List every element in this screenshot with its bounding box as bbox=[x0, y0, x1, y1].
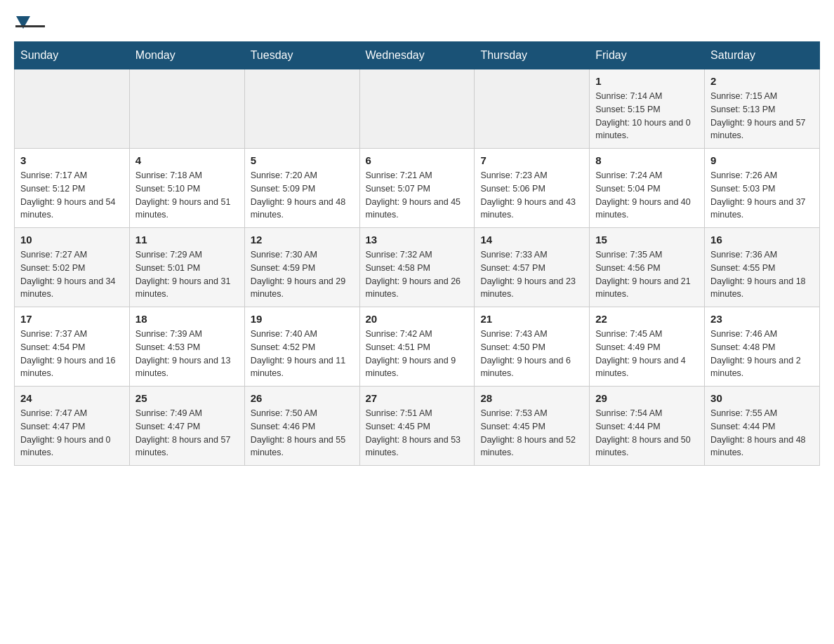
day-number: 14 bbox=[480, 234, 583, 246]
calendar-cell bbox=[244, 69, 359, 149]
day-number: 3 bbox=[20, 154, 124, 166]
calendar-cell: 8Sunrise: 7:24 AM Sunset: 5:04 PM Daylig… bbox=[590, 149, 705, 228]
day-info: Sunrise: 7:21 AM Sunset: 5:07 PM Dayligh… bbox=[366, 169, 469, 222]
day-info: Sunrise: 7:15 AM Sunset: 5:13 PM Dayligh… bbox=[710, 90, 814, 142]
day-info: Sunrise: 7:47 AM Sunset: 4:47 PM Dayligh… bbox=[20, 407, 124, 459]
day-info: Sunrise: 7:30 AM Sunset: 4:59 PM Dayligh… bbox=[251, 248, 354, 301]
calendar-cell: 17Sunrise: 7:37 AM Sunset: 4:54 PM Dayli… bbox=[15, 307, 130, 387]
calendar-week-row: 17Sunrise: 7:37 AM Sunset: 4:54 PM Dayli… bbox=[15, 307, 820, 387]
day-number: 6 bbox=[366, 154, 469, 166]
day-number: 4 bbox=[135, 154, 239, 166]
calendar-cell bbox=[15, 69, 130, 149]
day-number: 16 bbox=[710, 234, 814, 246]
day-number: 13 bbox=[366, 234, 469, 246]
calendar-cell: 29Sunrise: 7:54 AM Sunset: 4:44 PM Dayli… bbox=[590, 387, 705, 466]
day-info: Sunrise: 7:43 AM Sunset: 4:50 PM Dayligh… bbox=[480, 328, 583, 380]
day-info: Sunrise: 7:23 AM Sunset: 5:06 PM Dayligh… bbox=[480, 169, 583, 222]
weekday-header-thursday: Thursday bbox=[475, 42, 590, 69]
calendar-cell: 30Sunrise: 7:55 AM Sunset: 4:44 PM Dayli… bbox=[705, 387, 820, 466]
calendar-cell: 2Sunrise: 7:15 AM Sunset: 5:13 PM Daylig… bbox=[705, 69, 820, 149]
day-info: Sunrise: 7:55 AM Sunset: 4:44 PM Dayligh… bbox=[710, 407, 814, 459]
day-number: 29 bbox=[595, 392, 699, 404]
calendar-cell: 9Sunrise: 7:26 AM Sunset: 5:03 PM Daylig… bbox=[705, 149, 820, 228]
calendar-cell: 19Sunrise: 7:40 AM Sunset: 4:52 PM Dayli… bbox=[244, 307, 359, 387]
day-info: Sunrise: 7:54 AM Sunset: 4:44 PM Dayligh… bbox=[595, 407, 699, 459]
calendar-week-row: 1Sunrise: 7:14 AM Sunset: 5:15 PM Daylig… bbox=[15, 69, 820, 149]
calendar-cell: 15Sunrise: 7:35 AM Sunset: 4:56 PM Dayli… bbox=[590, 228, 705, 307]
day-info: Sunrise: 7:33 AM Sunset: 4:57 PM Dayligh… bbox=[480, 248, 583, 301]
calendar-cell: 10Sunrise: 7:27 AM Sunset: 5:02 PM Dayli… bbox=[15, 228, 130, 307]
calendar-cell: 22Sunrise: 7:45 AM Sunset: 4:49 PM Dayli… bbox=[590, 307, 705, 387]
calendar-cell: 11Sunrise: 7:29 AM Sunset: 5:01 PM Dayli… bbox=[129, 228, 244, 307]
calendar-cell: 20Sunrise: 7:42 AM Sunset: 4:51 PM Dayli… bbox=[359, 307, 475, 387]
logo-underline bbox=[15, 25, 45, 27]
weekday-header-friday: Friday bbox=[590, 42, 705, 69]
calendar-cell: 21Sunrise: 7:43 AM Sunset: 4:50 PM Dayli… bbox=[475, 307, 590, 387]
calendar-cell bbox=[359, 69, 475, 149]
calendar-cell: 16Sunrise: 7:36 AM Sunset: 4:55 PM Dayli… bbox=[705, 228, 820, 307]
day-number: 8 bbox=[595, 154, 699, 166]
day-info: Sunrise: 7:36 AM Sunset: 4:55 PM Dayligh… bbox=[710, 248, 814, 301]
day-info: Sunrise: 7:40 AM Sunset: 4:52 PM Dayligh… bbox=[251, 328, 354, 380]
calendar-week-row: 3Sunrise: 7:17 AM Sunset: 5:12 PM Daylig… bbox=[15, 149, 820, 228]
logo bbox=[14, 14, 47, 27]
calendar-cell: 12Sunrise: 7:30 AM Sunset: 4:59 PM Dayli… bbox=[244, 228, 359, 307]
calendar-cell bbox=[475, 69, 590, 149]
calendar-cell: 3Sunrise: 7:17 AM Sunset: 5:12 PM Daylig… bbox=[15, 149, 130, 228]
day-number: 27 bbox=[366, 392, 469, 404]
day-info: Sunrise: 7:45 AM Sunset: 4:49 PM Dayligh… bbox=[595, 328, 699, 380]
day-info: Sunrise: 7:50 AM Sunset: 4:46 PM Dayligh… bbox=[251, 407, 354, 459]
day-info: Sunrise: 7:35 AM Sunset: 4:56 PM Dayligh… bbox=[595, 248, 699, 301]
calendar-cell: 25Sunrise: 7:49 AM Sunset: 4:47 PM Dayli… bbox=[129, 387, 244, 466]
day-info: Sunrise: 7:39 AM Sunset: 4:53 PM Dayligh… bbox=[135, 328, 239, 380]
calendar-cell: 28Sunrise: 7:53 AM Sunset: 4:45 PM Dayli… bbox=[475, 387, 590, 466]
page-header bbox=[14, 14, 820, 27]
day-number: 2 bbox=[710, 75, 814, 87]
calendar-cell bbox=[129, 69, 244, 149]
weekday-header-tuesday: Tuesday bbox=[244, 42, 359, 69]
day-info: Sunrise: 7:18 AM Sunset: 5:10 PM Dayligh… bbox=[135, 169, 239, 222]
day-info: Sunrise: 7:53 AM Sunset: 4:45 PM Dayligh… bbox=[480, 407, 583, 459]
day-number: 21 bbox=[480, 313, 583, 325]
weekday-header-sunday: Sunday bbox=[15, 42, 130, 69]
weekday-header-monday: Monday bbox=[129, 42, 244, 69]
calendar-cell: 13Sunrise: 7:32 AM Sunset: 4:58 PM Dayli… bbox=[359, 228, 475, 307]
day-info: Sunrise: 7:17 AM Sunset: 5:12 PM Dayligh… bbox=[20, 169, 124, 222]
calendar-cell: 7Sunrise: 7:23 AM Sunset: 5:06 PM Daylig… bbox=[475, 149, 590, 228]
day-info: Sunrise: 7:49 AM Sunset: 4:47 PM Dayligh… bbox=[135, 407, 239, 459]
calendar-cell: 23Sunrise: 7:46 AM Sunset: 4:48 PM Dayli… bbox=[705, 307, 820, 387]
calendar-cell: 4Sunrise: 7:18 AM Sunset: 5:10 PM Daylig… bbox=[129, 149, 244, 228]
day-number: 10 bbox=[20, 234, 124, 246]
day-number: 20 bbox=[366, 313, 469, 325]
day-number: 24 bbox=[20, 392, 124, 404]
day-info: Sunrise: 7:46 AM Sunset: 4:48 PM Dayligh… bbox=[710, 328, 814, 380]
day-info: Sunrise: 7:32 AM Sunset: 4:58 PM Dayligh… bbox=[366, 248, 469, 301]
weekday-header-wednesday: Wednesday bbox=[359, 42, 475, 69]
day-number: 23 bbox=[710, 313, 814, 325]
calendar-table: SundayMondayTuesdayWednesdayThursdayFrid… bbox=[14, 41, 820, 466]
day-number: 12 bbox=[251, 234, 354, 246]
calendar-cell: 6Sunrise: 7:21 AM Sunset: 5:07 PM Daylig… bbox=[359, 149, 475, 228]
day-info: Sunrise: 7:14 AM Sunset: 5:15 PM Dayligh… bbox=[595, 90, 699, 142]
logo-arrow-icon bbox=[16, 15, 30, 29]
calendar-cell: 18Sunrise: 7:39 AM Sunset: 4:53 PM Dayli… bbox=[129, 307, 244, 387]
calendar-cell: 27Sunrise: 7:51 AM Sunset: 4:45 PM Dayli… bbox=[359, 387, 475, 466]
day-info: Sunrise: 7:20 AM Sunset: 5:09 PM Dayligh… bbox=[251, 169, 354, 222]
day-number: 1 bbox=[595, 75, 699, 87]
weekday-header-saturday: Saturday bbox=[705, 42, 820, 69]
day-number: 7 bbox=[480, 154, 583, 166]
calendar-cell: 26Sunrise: 7:50 AM Sunset: 4:46 PM Dayli… bbox=[244, 387, 359, 466]
day-info: Sunrise: 7:24 AM Sunset: 5:04 PM Dayligh… bbox=[595, 169, 699, 222]
calendar-week-row: 10Sunrise: 7:27 AM Sunset: 5:02 PM Dayli… bbox=[15, 228, 820, 307]
day-number: 22 bbox=[595, 313, 699, 325]
calendar-header-row: SundayMondayTuesdayWednesdayThursdayFrid… bbox=[15, 42, 820, 69]
day-info: Sunrise: 7:37 AM Sunset: 4:54 PM Dayligh… bbox=[20, 328, 124, 380]
calendar-cell: 14Sunrise: 7:33 AM Sunset: 4:57 PM Dayli… bbox=[475, 228, 590, 307]
calendar-cell: 24Sunrise: 7:47 AM Sunset: 4:47 PM Dayli… bbox=[15, 387, 130, 466]
day-number: 5 bbox=[251, 154, 354, 166]
day-number: 17 bbox=[20, 313, 124, 325]
calendar-week-row: 24Sunrise: 7:47 AM Sunset: 4:47 PM Dayli… bbox=[15, 387, 820, 466]
day-number: 26 bbox=[251, 392, 354, 404]
day-number: 25 bbox=[135, 392, 239, 404]
day-number: 30 bbox=[710, 392, 814, 404]
